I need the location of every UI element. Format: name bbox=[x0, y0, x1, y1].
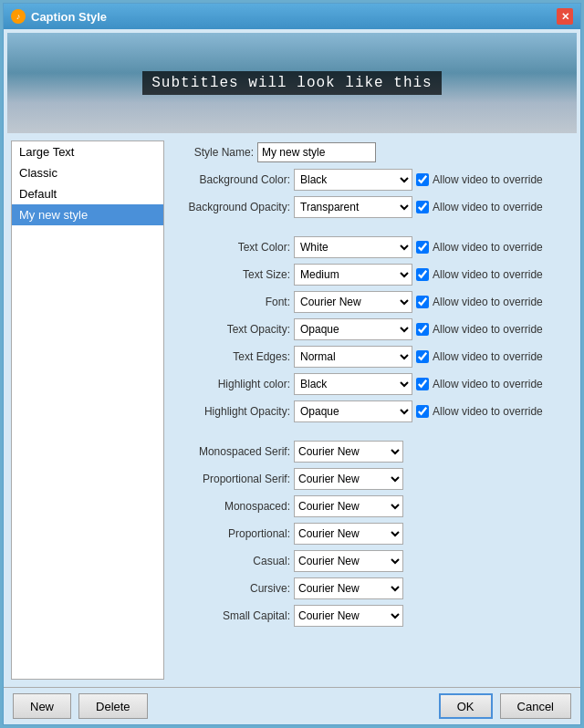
title-bar: ♪ Caption Style ✕ bbox=[4, 4, 580, 29]
casual-dropdown[interactable]: Courier New bbox=[294, 550, 403, 572]
proportional-serif-row: Proportional Serif: Courier New bbox=[172, 467, 573, 491]
proportional-dropdown[interactable]: Courier New bbox=[294, 523, 403, 545]
style-name-input[interactable] bbox=[257, 142, 376, 162]
background-opacity-override[interactable]: Allow video to override bbox=[416, 201, 543, 213]
style-name-label: Style Name: bbox=[172, 146, 254, 159]
background-opacity-label: Background Opacity: bbox=[172, 201, 290, 213]
highlight-color-override[interactable]: Allow video to override bbox=[416, 378, 543, 390]
highlight-opacity-override-label: Allow video to override bbox=[433, 405, 543, 418]
text-edges-override[interactable]: Allow video to override bbox=[416, 350, 543, 363]
text-size-override-label: Allow video to override bbox=[433, 268, 543, 281]
text-edges-dropdown[interactable]: Normal bbox=[294, 346, 412, 368]
text-edges-override-label: Allow video to override bbox=[433, 350, 543, 363]
highlight-opacity-label: Highlight Opacity: bbox=[172, 405, 290, 418]
small-capital-dropdown[interactable]: Courier New bbox=[294, 605, 403, 627]
background-color-override-label: Allow video to override bbox=[433, 173, 543, 186]
text-color-label: Text Color: bbox=[172, 241, 290, 254]
highlight-color-override-checkbox[interactable] bbox=[416, 378, 429, 390]
style-list: Large Text Classic Default My new style bbox=[11, 140, 164, 680]
text-opacity-override-label: Allow video to override bbox=[433, 323, 543, 336]
text-size-override-checkbox[interactable] bbox=[416, 268, 429, 281]
font-override-label: Allow video to override bbox=[433, 296, 543, 308]
ok-button[interactable]: OK bbox=[439, 693, 493, 719]
casual-label: Casual: bbox=[172, 555, 290, 567]
highlight-opacity-row: Highlight Opacity: Opaque Allow video to… bbox=[172, 400, 573, 423]
font-dropdown[interactable]: Courier New bbox=[294, 291, 412, 313]
app-icon: ♪ bbox=[11, 9, 26, 24]
proportional-serif-label: Proportional Serif: bbox=[172, 473, 290, 485]
text-edges-label: Text Edges: bbox=[172, 350, 290, 363]
text-size-dropdown[interactable]: Medium bbox=[294, 264, 412, 286]
style-item-large-text[interactable]: Large Text bbox=[12, 141, 163, 162]
monospaced-dropdown[interactable]: Courier New bbox=[294, 495, 403, 517]
monospaced-serif-dropdown[interactable]: Courier New bbox=[294, 441, 403, 463]
separator-1 bbox=[172, 223, 573, 232]
bottom-right-buttons: OK Cancel bbox=[439, 693, 571, 719]
style-item-classic[interactable]: Classic bbox=[12, 162, 163, 183]
small-capital-row: Small Capital: Courier New bbox=[172, 604, 573, 628]
proportional-label: Proportional: bbox=[172, 527, 290, 540]
background-color-row: Background Color: Black Allow video to o… bbox=[172, 168, 573, 192]
close-button[interactable]: ✕ bbox=[557, 8, 573, 25]
monospaced-serif-label: Monospaced Serif: bbox=[172, 445, 290, 458]
text-color-override[interactable]: Allow video to override bbox=[416, 241, 543, 254]
subtitle-preview-text: Subtitles will look like this bbox=[142, 71, 441, 95]
text-color-row: Text Color: White Allow video to overrid… bbox=[172, 235, 573, 259]
text-color-dropdown[interactable]: White bbox=[294, 236, 412, 258]
monospaced-label: Monospaced: bbox=[172, 500, 290, 513]
text-size-override[interactable]: Allow video to override bbox=[416, 268, 543, 281]
text-size-row: Text Size: Medium Allow video to overrid… bbox=[172, 263, 573, 286]
background-color-override-checkbox[interactable] bbox=[416, 173, 429, 186]
highlight-color-dropdown[interactable]: Black bbox=[294, 373, 412, 395]
style-name-row: Style Name: bbox=[172, 140, 573, 164]
highlight-opacity-override[interactable]: Allow video to override bbox=[416, 405, 543, 418]
bottom-bar: New Delete OK Cancel bbox=[4, 687, 580, 724]
title-bar-left: ♪ Caption Style bbox=[11, 9, 107, 24]
cursive-dropdown[interactable]: Courier New bbox=[294, 577, 403, 599]
highlight-color-row: Highlight color: Black Allow video to ov… bbox=[172, 372, 573, 396]
text-opacity-dropdown[interactable]: Opaque bbox=[294, 318, 412, 340]
highlight-opacity-dropdown[interactable]: Opaque bbox=[294, 400, 412, 422]
monospaced-row: Monospaced: Courier New bbox=[172, 494, 573, 518]
subtitle-preview-area: Subtitles will look like this bbox=[7, 33, 577, 133]
separator-2 bbox=[172, 427, 573, 436]
content-area: Large Text Classic Default My new style … bbox=[4, 133, 580, 687]
cursive-label: Cursive: bbox=[172, 582, 290, 595]
small-capital-label: Small Capital: bbox=[172, 609, 290, 622]
proportional-row: Proportional: Courier New bbox=[172, 522, 573, 546]
highlight-opacity-override-checkbox[interactable] bbox=[416, 405, 429, 418]
text-opacity-override-checkbox[interactable] bbox=[416, 323, 429, 336]
background-opacity-dropdown[interactable]: Transparent bbox=[294, 196, 412, 218]
new-button[interactable]: New bbox=[13, 693, 71, 719]
cursive-row: Cursive: Courier New bbox=[172, 577, 573, 600]
cancel-button[interactable]: Cancel bbox=[500, 693, 571, 719]
background-color-dropdown[interactable]: Black bbox=[294, 169, 412, 191]
highlight-color-override-label: Allow video to override bbox=[433, 378, 543, 390]
style-item-my-new-style[interactable]: My new style bbox=[12, 204, 163, 225]
background-color-override[interactable]: Allow video to override bbox=[416, 173, 543, 186]
text-color-override-label: Allow video to override bbox=[433, 241, 543, 254]
text-opacity-label: Text Opacity: bbox=[172, 323, 290, 336]
font-override-checkbox[interactable] bbox=[416, 296, 429, 308]
text-size-label: Text Size: bbox=[172, 268, 290, 281]
background-opacity-override-label: Allow video to override bbox=[433, 201, 543, 213]
background-opacity-row: Background Opacity: Transparent Allow vi… bbox=[172, 195, 573, 219]
settings-panel: Style Name: Background Color: Black Allo… bbox=[172, 140, 573, 680]
bottom-left-buttons: New Delete bbox=[13, 693, 148, 719]
font-families-section: Monospaced Serif: Courier New Proportion… bbox=[172, 440, 573, 628]
text-edges-override-checkbox[interactable] bbox=[416, 350, 429, 363]
window-title: Caption Style bbox=[31, 10, 107, 24]
style-item-default[interactable]: Default bbox=[12, 183, 163, 204]
text-opacity-override[interactable]: Allow video to override bbox=[416, 323, 543, 336]
proportional-serif-dropdown[interactable]: Courier New bbox=[294, 468, 403, 490]
background-color-label: Background Color: bbox=[172, 173, 290, 186]
font-row: Font: Courier New Allow video to overrid… bbox=[172, 290, 573, 314]
text-edges-row: Text Edges: Normal Allow video to overri… bbox=[172, 345, 573, 369]
caption-style-window: ♪ Caption Style ✕ Subtitles will look li… bbox=[3, 3, 581, 725]
text-opacity-row: Text Opacity: Opaque Allow video to over… bbox=[172, 317, 573, 341]
font-override[interactable]: Allow video to override bbox=[416, 296, 543, 308]
delete-button[interactable]: Delete bbox=[78, 693, 148, 719]
monospaced-serif-row: Monospaced Serif: Courier New bbox=[172, 440, 573, 463]
text-color-override-checkbox[interactable] bbox=[416, 241, 429, 254]
background-opacity-override-checkbox[interactable] bbox=[416, 201, 429, 213]
